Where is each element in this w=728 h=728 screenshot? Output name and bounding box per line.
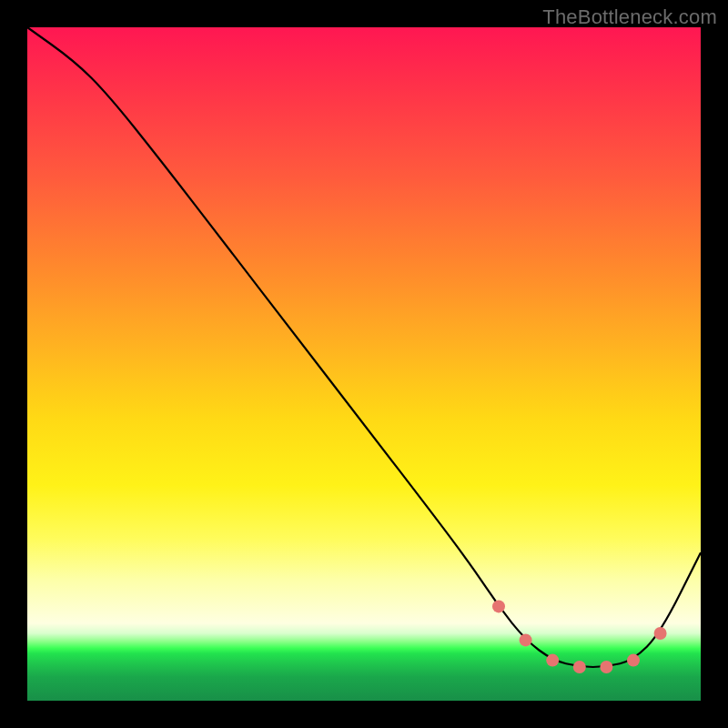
data-point-marker — [546, 654, 559, 667]
chart-plot-area — [27, 27, 701, 701]
data-point-marker — [573, 661, 586, 673]
data-point-marker — [600, 661, 612, 673]
data-point-marker — [492, 600, 505, 612]
data-point-marker — [627, 654, 640, 667]
bottleneck-curve — [27, 27, 701, 701]
watermark-text: TheBottleneck.com — [542, 5, 717, 29]
data-point-marker — [654, 627, 667, 640]
chart-frame: TheBottleneck.com — [0, 0, 728, 728]
data-point-marker — [520, 633, 532, 646]
curve-path — [27, 27, 701, 667]
